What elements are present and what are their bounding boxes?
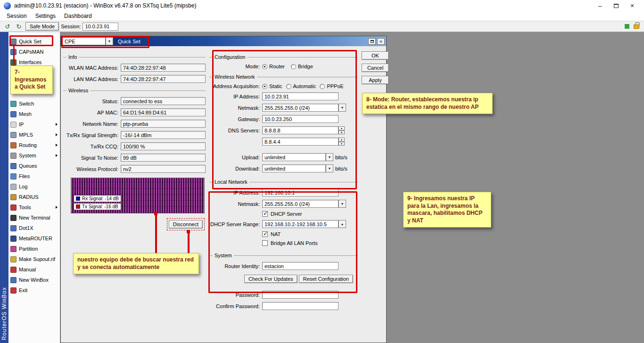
quickset-window-title: Quick Set — [118, 39, 140, 44]
rx-color-chip — [76, 196, 80, 201]
quickset-mode-select[interactable]: CPE — [62, 37, 113, 45]
quickset-mode-dropdown-icon[interactable] — [106, 37, 113, 45]
dhcp-range-up-icon[interactable] — [339, 220, 346, 228]
menu-session[interactable]: Session — [3, 12, 31, 20]
dns2-field[interactable]: 8.8.4.4 — [262, 138, 339, 146]
sidebar-item-tools[interactable]: Tools — [8, 202, 60, 212]
upload-field[interactable]: unlimited — [262, 153, 326, 161]
download-dropdown-icon[interactable] — [326, 164, 333, 172]
ccq-field[interactable]: 100/90 % — [121, 142, 206, 150]
confirm-password-row: Confirm Password: — [209, 302, 358, 310]
dns1-spinner[interactable] — [339, 126, 345, 134]
wan-netmask-dropdown-icon[interactable] — [339, 104, 346, 112]
session-input[interactable]: 10.0.23.91 — [83, 23, 118, 31]
spinner-up-icon[interactable] — [339, 138, 345, 142]
bridge-all-lan-ports-label: Bridge All LAN Ports — [271, 240, 318, 246]
sidebar-item-manual[interactable]: Manual — [8, 264, 60, 275]
confirm-password-field[interactable] — [262, 302, 339, 310]
mpls-icon — [10, 132, 17, 138]
upload-dropdown-icon[interactable] — [326, 153, 333, 161]
ccq-label: Tx/Rx CCQ: — [63, 144, 121, 149]
lan-ip-field[interactable]: 192.168.10.1 — [262, 188, 339, 196]
nat-row: NAT — [209, 231, 358, 237]
menu-dashboard[interactable]: Dashboard — [60, 12, 96, 20]
radio-option-pppoe[interactable]: PPPoE — [320, 83, 343, 89]
radio-option-bridge[interactable]: Bridge — [291, 64, 313, 69]
sidebar-item-switch[interactable]: Switch — [8, 98, 60, 109]
password-field[interactable] — [262, 291, 339, 299]
cancel-button[interactable]: Cancel — [362, 64, 389, 72]
maximize-button[interactable] — [608, 2, 624, 9]
close-button[interactable]: × — [624, 2, 640, 9]
dns-servers-label: DNS Servers: — [209, 128, 262, 133]
ap-mac-field[interactable]: 64:D1:54:89:D4:61 — [121, 108, 206, 116]
sidebar-item-system[interactable]: System — [8, 150, 60, 161]
sidebar-item-quick-set[interactable]: Quick Set — [8, 36, 60, 47]
sidebar-item-new-terminal[interactable]: New Terminal — [8, 212, 60, 223]
sidebar-item-log[interactable]: Log — [8, 181, 60, 192]
sidebar-item-routing[interactable]: Routing — [8, 140, 60, 150]
sidebar-item-metarouter[interactable]: MetaROUTER — [8, 233, 60, 244]
router-identity-field[interactable]: estacion — [262, 262, 339, 270]
sidebar-item-ip[interactable]: IP — [8, 119, 60, 130]
network-name-field[interactable]: ptp-prueba — [121, 120, 206, 128]
window-restore-button[interactable] — [368, 38, 376, 45]
wan-ip-field[interactable]: 10.0.23.91 — [262, 92, 339, 100]
sidebar-item-exit[interactable]: Exit — [8, 285, 60, 295]
nat-checkbox[interactable] — [262, 231, 268, 237]
sidebar-item-files[interactable]: Files — [8, 171, 60, 181]
minimize-button[interactable]: – — [592, 2, 608, 9]
bridge-all-lan-ports-checkbox[interactable] — [262, 240, 268, 246]
disconnect-button[interactable]: Disconnect — [169, 220, 203, 229]
radio-option-static[interactable]: Static — [262, 83, 282, 89]
dialog-buttons-column: OK Cancel Apply — [362, 49, 389, 313]
quickset-mode-value[interactable]: CPE — [62, 37, 106, 45]
signal-strength-field[interactable]: -16/-14 dBm — [121, 131, 206, 139]
apply-button[interactable]: Apply — [362, 76, 389, 84]
dns1-field[interactable]: 8.8.8.8 — [262, 126, 339, 134]
signal-strength-label: Tx/Rx Signal Strength: — [63, 132, 121, 138]
wlan-mac-field[interactable]: 74:4D:28:22:97:48 — [121, 64, 206, 72]
window-close-button[interactable]: × — [377, 38, 385, 45]
dns2-spinner[interactable] — [339, 138, 345, 146]
partition-icon — [10, 246, 17, 252]
radio-option-label: PPPoE — [327, 83, 343, 89]
restore-icon — [371, 40, 374, 43]
sidebar-item-mpls[interactable]: MPLS — [8, 130, 60, 140]
radio-option-router[interactable]: Router — [262, 64, 285, 69]
sidebar-item-new-winbox[interactable]: New WinBox — [8, 275, 60, 285]
lan-netmask-field[interactable]: 255.255.255.0 (/24) — [262, 200, 339, 208]
dhcp-server-checkbox[interactable] — [262, 211, 268, 217]
snr-field[interactable]: 99 dB — [121, 154, 206, 162]
undo-icon[interactable]: ↺ — [3, 22, 12, 31]
safe-mode-button[interactable]: Safe Mode — [25, 22, 59, 31]
spinner-down-icon[interactable] — [339, 142, 345, 146]
quickset-window-titlebar[interactable]: CPE Quick Set × — [61, 36, 386, 46]
gateway-field[interactable]: 10.0.23.250 — [262, 115, 339, 123]
radio-option-automatic[interactable]: Automatic — [286, 83, 316, 89]
dhcp-range-field[interactable]: 192.168.10.2-192.168.10.5 — [262, 220, 339, 228]
wan-netmask-field[interactable]: 255.255.255.0 (/24) — [262, 104, 339, 112]
lan-netmask-dropdown-icon[interactable] — [339, 200, 346, 208]
sidebar-item-dot1x[interactable]: Dot1X — [8, 223, 60, 233]
download-field[interactable]: unlimited — [262, 164, 326, 172]
dhcp-server-row: DHCP Server — [209, 211, 358, 217]
spinner-up-icon[interactable] — [339, 126, 345, 131]
menu-settings[interactable]: Settings — [32, 12, 59, 20]
spinner-down-icon[interactable] — [339, 131, 345, 135]
reset-configuration-button[interactable]: Reset Configuration — [299, 275, 353, 283]
sidebar-item-capsman[interactable]: CAPsMAN — [8, 47, 60, 57]
ok-button[interactable]: OK — [362, 51, 389, 60]
lan-mac-field[interactable]: 74:4D:28:22:97:47 — [121, 75, 206, 83]
lan-ip-row: IP Address: 192.168.10.1 — [209, 188, 358, 196]
status-field[interactable]: connected to ess — [121, 97, 206, 105]
sidebar-item-mesh[interactable]: Mesh — [8, 109, 60, 119]
sidebar-item-make-supout[interactable]: Make Supout.rif — [8, 254, 60, 264]
sidebar-item-radius[interactable]: RADIUS — [8, 192, 60, 202]
sidebar-item-partition[interactable]: Partition — [8, 244, 60, 254]
redo-icon[interactable]: ↻ — [14, 22, 24, 31]
system-gear-icon — [10, 153, 17, 159]
sidebar-item-queues[interactable]: Queues — [8, 161, 60, 171]
check-for-updates-button[interactable]: Check For Updates — [244, 275, 297, 283]
wireless-protocol-field[interactable]: nv2 — [121, 165, 206, 173]
